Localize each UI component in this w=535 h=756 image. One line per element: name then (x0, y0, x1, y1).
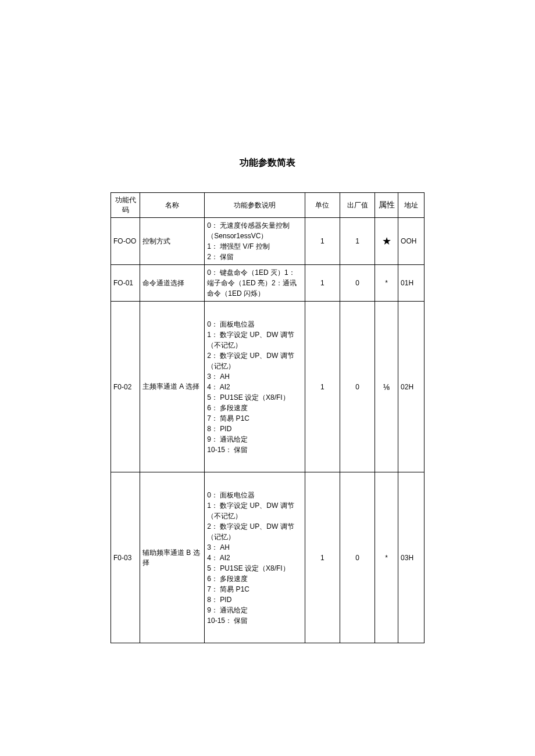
cell-addr: 01H (398, 265, 425, 302)
page-title: 功能参数简表 (58, 157, 477, 169)
table-row: FO-OO 控制方式 0： 无速度传感器矢量控制（Sensor1essVC） 1… (111, 218, 425, 265)
table-row: F0-03 辅助频率通道 B 选择 0： 面板电位器 1： 数字设定 UP、DW… (111, 472, 425, 643)
cell-name: 命令通道选择 (140, 265, 205, 302)
cell-addr: 03H (398, 472, 425, 643)
cell-attr: * (375, 472, 398, 643)
cell-addr: OOH (398, 218, 425, 265)
cell-unit: 1 (305, 265, 340, 302)
cell-name: 控制方式 (140, 218, 205, 265)
cell-unit: 1 (305, 302, 340, 472)
header-desc: 功能参数说明 (205, 193, 305, 218)
cell-attr: ★ (375, 218, 398, 265)
cell-attr: * (375, 265, 398, 302)
cell-code: F0-03 (111, 472, 140, 643)
cell-attr: ⅛ (375, 302, 398, 472)
cell-desc: 0： 无速度传感器矢量控制（Sensor1essVC） 1： 增强型 V/F 控… (205, 218, 305, 265)
cell-desc: 0： 键盘命令（1ED 灭）1： 端子命令（1ED 亮）2：通讯命令（1ED 闪… (205, 265, 305, 302)
cell-default: 0 (340, 302, 375, 472)
cell-addr: 02H (398, 302, 425, 472)
cell-name: 主频率通道 A 选择 (140, 302, 205, 472)
cell-default: 0 (340, 265, 375, 302)
cell-unit: 1 (305, 218, 340, 265)
header-default: 出厂值 (340, 193, 375, 218)
cell-code: F0-02 (111, 302, 140, 472)
cell-code: FO-01 (111, 265, 140, 302)
cell-desc: 0： 面板电位器 1： 数字设定 UP、DW 调节（不记忆） 2： 数字设定 U… (205, 472, 305, 643)
header-name: 名称 (140, 193, 205, 218)
header-addr: 地址 (398, 193, 425, 218)
cell-unit: 1 (305, 472, 340, 643)
parameter-table: 功能代码 名称 功能参数说明 单位 出厂值 属性 地址 FO-OO 控制方式 0… (110, 192, 425, 643)
header-attr: 属性 (375, 193, 398, 218)
table-row: F0-02 主频率通道 A 选择 0： 面板电位器 1： 数字设定 UP、DW … (111, 302, 425, 472)
header-code: 功能代码 (111, 193, 140, 218)
cell-default: 1 (340, 218, 375, 265)
cell-code: FO-OO (111, 218, 140, 265)
cell-default: 0 (340, 472, 375, 643)
header-unit: 单位 (305, 193, 340, 218)
table-row: FO-01 命令通道选择 0： 键盘命令（1ED 灭）1： 端子命令（1ED 亮… (111, 265, 425, 302)
cell-name: 辅助频率通道 B 选择 (140, 472, 205, 643)
cell-desc: 0： 面板电位器 1： 数字设定 UP、DW 调节（不记忆） 2： 数字设定 U… (205, 302, 305, 472)
table-header-row: 功能代码 名称 功能参数说明 单位 出厂值 属性 地址 (111, 193, 425, 218)
